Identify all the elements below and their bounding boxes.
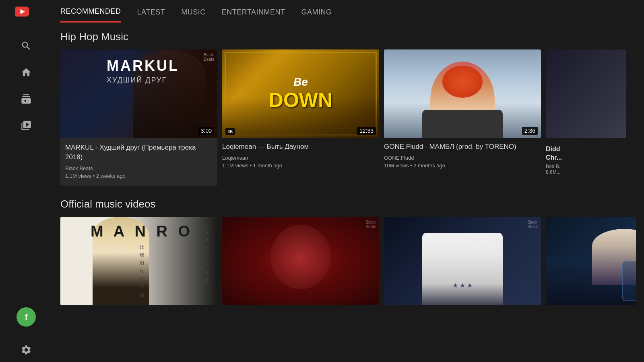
video-card-markul[interactable]: MARKUL ХУДШИЙ ДРУГ BlackBeats 3:00 MARKU… — [60, 49, 217, 186]
gone-fludd-meta: GONE.Fludd 10M views • 2 months ago — [384, 154, 541, 170]
mv2-info — [222, 305, 379, 309]
video-card-gone-fludd[interactable]: 2:36 GONE.Fludd - МАМБЛ (prod. by TORENO… — [384, 49, 541, 186]
loqiemean-info: Loqiemean — Быть Дауном Loqiemean 1.1M v… — [222, 138, 379, 170]
home-icon[interactable] — [19, 65, 33, 80]
tab-gaming[interactable]: GAMING — [301, 8, 332, 22]
settings-icon[interactable] — [19, 343, 33, 357]
gone-fludd-info: GONE.Fludd - МАМБЛ (prod. by TORENO) GON… — [384, 138, 541, 170]
markul-age: 2 weeks ago — [96, 173, 126, 179]
official-mv-video-row: M A N R O 让我们玩点新的 让我们玩点新的 — [60, 217, 636, 312]
subscriptions-icon[interactable] — [19, 92, 33, 106]
manro-info — [60, 305, 217, 309]
video-card-mv2[interactable]: BlackBeats — [222, 217, 379, 312]
video-card-manro[interactable]: M A N R O 让我们玩点新的 让我们玩点新的 — [60, 217, 217, 312]
main-content: RECOMMENDED LATEST MUSIC ENTERTAINMENT G… — [52, 0, 644, 362]
video-card-mv3[interactable]: ★ ★ ★ BlackBeats — [384, 217, 541, 312]
gone-fludd-title: GONE.Fludd - МАМБЛ (prod. by TORENO) — [384, 142, 541, 152]
thumbnail-mv3: ★ ★ ★ BlackBeats — [384, 217, 541, 305]
manro-title-text: M A N R O — [91, 223, 193, 240]
thumbnail-mv4: BlackBeats ▶ Back — [546, 217, 636, 305]
library-icon[interactable] — [19, 118, 33, 133]
gone-fludd-views: 10M views — [384, 162, 409, 169]
thumbnail-manro: M A N R O 让我们玩点新的 让我们玩点新的 — [60, 217, 217, 305]
gone-fludd-age: 2 months ago — [413, 162, 445, 169]
markul-views: 1.1M views — [65, 173, 91, 179]
gone-fludd-duration: 2:36 — [522, 127, 538, 135]
thumbnail-partial-1 — [546, 49, 626, 138]
markul-info: MARKUL - Худший друг (Премьера трека 201… — [60, 138, 217, 186]
youtube-logo[interactable] — [15, 5, 37, 27]
nav-tabs: RECOMMENDED LATEST MUSIC ENTERTAINMENT G… — [52, 0, 644, 23]
video-card-loqiemean[interactable]: Be DOWN 4K 12:33 Loqiemean — Быть Дауном… — [222, 49, 379, 186]
thumbnail-mv2: BlackBeats — [222, 217, 379, 305]
tab-music[interactable]: MUSIC — [181, 8, 206, 22]
tab-recommended[interactable]: RECOMMENDED — [60, 7, 121, 23]
hip-hop-section-title: Hip Hop Music — [60, 31, 636, 43]
search-icon[interactable] — [19, 39, 33, 53]
user-avatar[interactable]: f — [17, 307, 36, 327]
loqiemean-be-text: Be — [269, 76, 332, 88]
thumbnail-loqiemean: Be DOWN 4K 12:33 — [222, 49, 379, 138]
markul-meta: Black Beats 1.1M views • 2 weeks ago — [65, 165, 213, 180]
thumbnail-gone-fludd: 2:36 — [384, 49, 541, 138]
loqiemean-title: Loqiemean — Быть Дауном — [222, 142, 379, 152]
manro-chinese-text: 让我们玩点新的 — [91, 243, 193, 299]
mv4-info — [546, 305, 636, 309]
sidebar: f — [0, 0, 52, 362]
partial-1-title: DiddChr... — [546, 142, 626, 162]
loqiemean-age: 1 month ago — [253, 162, 282, 169]
partial-1-info: DiddChr... Bad B...8.6M... — [546, 138, 626, 175]
mv3-info — [384, 305, 541, 309]
loqiemean-duration: 12:33 — [357, 127, 376, 135]
loqiemean-quality: 4K — [225, 128, 235, 135]
gone-fludd-channel: GONE.Fludd — [384, 155, 414, 161]
hip-hop-video-row: MARKUL ХУДШИЙ ДРУГ BlackBeats 3:00 MARKU… — [60, 49, 636, 186]
thumbnail-markul: MARKUL ХУДШИЙ ДРУГ BlackBeats 3:00 — [60, 49, 217, 138]
tab-entertainment[interactable]: ENTERTAINMENT — [222, 8, 285, 22]
content-area: Hip Hop Music MARKUL ХУДШИЙ ДРУГ — [52, 23, 644, 362]
loqiemean-views: 1.1M views — [222, 162, 248, 169]
markul-channel: Black Beats — [65, 165, 93, 171]
loqiemean-down-text: DOWN — [269, 88, 332, 112]
video-card-partial-1[interactable]: DiddChr... Bad B...8.6M... — [546, 49, 626, 186]
video-card-mv4[interactable]: BlackBeats ▶ Back — [546, 217, 636, 312]
partial-1-meta: Bad B...8.6M... — [546, 164, 626, 175]
markul-track-text: ХУДШИЙ ДРУГ — [107, 76, 179, 84]
markul-title: MARKUL - Худший друг (Премьера трека 201… — [65, 143, 213, 162]
markul-artist-text: MARKUL — [107, 58, 179, 74]
markul-duration: 3:00 — [198, 127, 214, 135]
tab-latest[interactable]: LATEST — [137, 8, 165, 22]
official-mv-section-title: Official music videos — [60, 198, 636, 210]
loqiemean-channel: Loqiemean — [222, 155, 248, 161]
loqiemean-meta: Loqiemean 1.1M views • 1 month ago — [222, 154, 379, 170]
